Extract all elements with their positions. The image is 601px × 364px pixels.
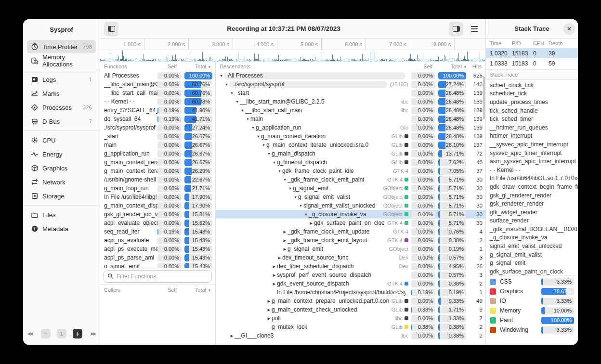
stack-frame[interactable]: surface_render	[486, 217, 578, 225]
stack-frame[interactable]: tick_sched_handle	[486, 106, 578, 115]
descendants-self-header[interactable]: Self	[412, 64, 437, 69]
stack-frame[interactable]: asm_sysvec_apic_timer_interrupt	[486, 157, 578, 166]
stack-frame[interactable]: tick_sched_timer	[486, 115, 578, 123]
expander-open-icon[interactable]: ▼	[245, 117, 250, 121]
stack-frame[interactable]: hrtimer_interrupt	[486, 132, 578, 141]
function-row[interactable]: g_main_context_disp0.00%17.90%	[100, 201, 215, 210]
stack-frame[interactable]: gtk_widget_render	[486, 208, 578, 217]
stack-frame[interactable]: update_process_times	[486, 98, 578, 106]
primary-menu-button[interactable]	[467, 22, 482, 36]
sidebar-item-memory-allocations[interactable]: Memory Allocations	[27, 54, 96, 67]
sample-row[interactable]: 1.032015183039	[486, 48, 578, 58]
descendant-row[interactable]: ▼./src/sysprof/sysprof(15183)0.00%27.24%…	[216, 80, 485, 89]
legend-row-memory[interactable]: Memory10.00%	[486, 306, 578, 315]
expander-closed-icon[interactable]: ▶	[277, 256, 282, 260]
filter-functions-box[interactable]	[104, 270, 212, 283]
close-button[interactable]: ✕	[563, 23, 575, 35]
sidebar-item-logs[interactable]: Logs1	[27, 73, 96, 86]
sidebar-item-time-profiler[interactable]: Time Profiler798	[27, 40, 96, 53]
expander-closed-icon[interactable]: ▶	[309, 221, 314, 225]
legend-row-io[interactable]: IO3.33%	[486, 296, 578, 306]
descendant-row[interactable]: ▼main0.00%26.48%139	[216, 115, 485, 123]
legend-row-windowing[interactable]: Windowing3.33%	[486, 325, 578, 335]
function-row[interactable]: __libc_start_call_mai0.00%60.76%	[100, 89, 215, 97]
stack-frame[interactable]: g_signal_emit	[486, 259, 578, 267]
expander-open-icon[interactable]: ▼	[261, 143, 266, 147]
expander-closed-icon[interactable]: ▶	[282, 230, 287, 234]
cpu-activity-chart[interactable]	[100, 50, 485, 62]
expander-open-icon[interactable]: ▼	[293, 195, 298, 199]
descendant-row[interactable]: ▼g_application_runGio0.00%26.48%139	[216, 123, 485, 132]
function-row[interactable]: acpi_evaluate_object0.00%15.62%	[100, 219, 215, 227]
zoom-in-button[interactable]: +	[73, 329, 82, 338]
sample-col-header-time[interactable]: Time	[490, 40, 512, 46]
expander-open-icon[interactable]: ▼	[282, 178, 287, 182]
descendant-row[interactable]: ▼g_timeout_dispatchGLib0.00%7.62%40	[216, 158, 485, 167]
expander-closed-icon[interactable]: ▶	[266, 316, 272, 321]
function-row[interactable]: In File /usr/lib64/libgl0.00%17.90%	[100, 193, 215, 201]
expander-closed-icon[interactable]: ▶	[272, 264, 277, 269]
seek-forward-button[interactable]: ▶▶	[89, 329, 98, 338]
filter-functions-input[interactable]	[117, 273, 208, 280]
legend-row-paint[interactable]: Paint100.00%	[486, 315, 578, 325]
descendant-row[interactable]: ▼gdk_frame_clock_paint_idleGTK 40.00%7.0…	[216, 167, 485, 175]
expander-closed-icon[interactable]: ▶	[272, 273, 277, 277]
stack-frame[interactable]: __hrtimer_run_queues	[486, 123, 578, 132]
descendant-row[interactable]: ▶sysprof_perf_event_source_dispatch0.00%…	[216, 271, 485, 279]
stack-frame[interactable]: In File /usr/lib64/libGL.so.1.7.0+0x4b	[486, 174, 578, 183]
expander-open-icon[interactable]: ▼	[272, 160, 277, 165]
callers-self-header[interactable]: Self	[157, 287, 182, 293]
sidebar-item-processes[interactable]: Processes326	[27, 101, 96, 114]
stack-frame[interactable]: _g_closure_invoke_va	[486, 234, 578, 242]
descendant-row[interactable]: ▶dex_fiber_scheduler_dispatchDex0.00%4.9…	[216, 262, 485, 271]
self-header[interactable]: Self	[157, 64, 182, 69]
descendant-row[interactable]: ▼__libc_start_main@GLIBC_2.2.5libc0.00%2…	[216, 97, 485, 106]
descendant-row[interactable]: ▶_gdk_frame_clock_emit_updateGTK 40.00%0…	[216, 227, 485, 236]
function-row[interactable]: acpi_ps_parse_aml0.00%15.43%	[100, 253, 215, 262]
sidebar-item-cpu[interactable]: CPU	[27, 133, 96, 147]
expander-open-icon[interactable]: ▼	[224, 82, 229, 87]
function-row[interactable]: g_main_context_itera0.00%26.67%	[100, 158, 215, 167]
expander-open-icon[interactable]: ▼	[256, 134, 261, 139]
function-row[interactable]: main0.00%26.67%	[100, 141, 215, 149]
seek-backward-button[interactable]: ◀◀	[25, 329, 35, 338]
descendant-row[interactable]: ▶gdk_event_source_dispatchGTK 40.00%0.38…	[216, 279, 485, 288]
stack-frame[interactable]: _gdk_marshal_BOOLEAN__BOXEDv	[486, 225, 578, 234]
expander-open-icon[interactable]: ▼	[240, 108, 245, 113]
stack-frame[interactable]: sched_clock_tick	[486, 81, 578, 90]
sidebar-item-energy[interactable]: Energy	[27, 147, 96, 161]
stack-frame[interactable]: gsk_renderer_render	[486, 199, 578, 208]
callers-total-header[interactable]: Total▼	[182, 287, 211, 293]
stack-frame[interactable]: sysvec_apic_timer_interrupt	[486, 149, 578, 157]
expander-open-icon[interactable]: ▼	[303, 212, 309, 217]
expander-open-icon[interactable]: ▼	[298, 204, 303, 208]
sidebar-item-network[interactable]: Network	[27, 175, 96, 189]
function-row[interactable]: g_application_run0.00%26.67%	[100, 149, 215, 158]
sample-row[interactable]: 1.033315183059	[486, 58, 578, 68]
sidebar-item-metadata[interactable]: Metadata	[27, 222, 96, 235]
function-row[interactable]: __libc_start_main@G0.00%60.76%	[100, 80, 215, 89]
stack-frame[interactable]: - - Kernel - -	[486, 166, 578, 174]
stack-frame[interactable]: signal_emit_valist_unlocked	[486, 242, 578, 250]
sidebar-item-files[interactable]: Files	[27, 208, 96, 221]
descendant-row[interactable]: ▼__libc_start_call_mainlibc0.00%26.48%13…	[216, 106, 485, 115]
expander-open-icon[interactable]: ▼	[229, 91, 235, 95]
function-row[interactable]: g_signal_emit0.00%15.43%	[100, 262, 215, 268]
sample-col-header-depth[interactable]: Depth	[549, 40, 578, 46]
toggle-left-sidebar-button[interactable]	[104, 22, 118, 36]
expander-open-icon[interactable]: ▼	[277, 169, 282, 173]
sample-col-header-pid[interactable]: PID	[512, 40, 533, 46]
descendant-row[interactable]: In File /home/christian/Projects/sysprof…	[216, 288, 485, 297]
expander-closed-icon[interactable]: ▶	[282, 247, 287, 251]
function-row[interactable]: g_main_loop_run0.00%21.71%	[100, 184, 215, 193]
descendant-row[interactable]: g_mutex_lockGLib0.38%0.38%2	[216, 323, 485, 331]
descendant-row[interactable]: ▶dex_timeout_source_funcDex0.00%0.57%3	[216, 253, 485, 262]
expander-closed-icon[interactable]: ▶	[272, 282, 277, 286]
function-row[interactable]: All Processes0.00%100.00%	[100, 71, 215, 80]
function-row[interactable]: acpi_ps_execute_met0.00%15.43%	[100, 245, 215, 253]
sample-col-header-cpu[interactable]: CPU	[533, 40, 549, 46]
stack-frame[interactable]: gdk_draw_context_begin_frame_full	[486, 182, 578, 191]
descendant-row[interactable]: ▼g_main_context_iterate_unlocked.isra.0G…	[216, 141, 485, 149]
descendant-row[interactable]: ▼signal_emit_valist_unlockedGObject0.00%…	[216, 201, 485, 210]
descendant-row[interactable]: ▼g_main_context_iterationGLib0.00%26.48%…	[216, 132, 485, 141]
